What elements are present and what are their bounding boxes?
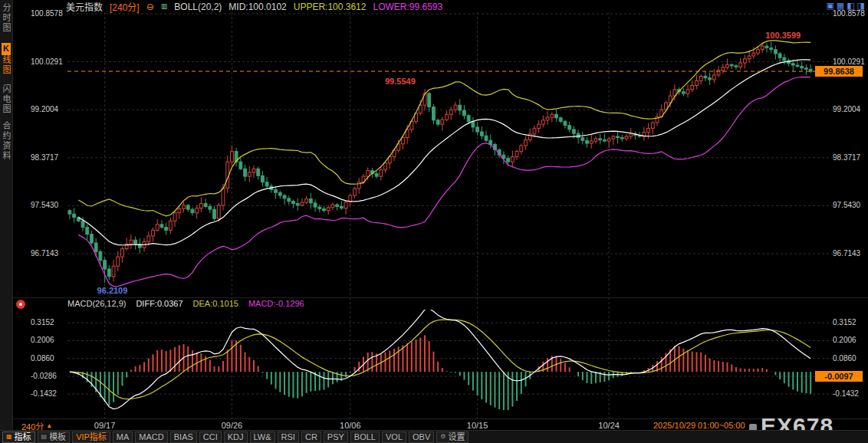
toolbar-button-KDJ[interactable]: KDJ bbox=[224, 432, 248, 443]
period-label: [240分] bbox=[110, 0, 140, 13]
toolbar-button-label: BIAS bbox=[174, 432, 193, 442]
macd-value-badge: -0.0097 bbox=[815, 371, 863, 382]
toolbar-button-label: 指标 bbox=[15, 432, 31, 442]
macd-title[interactable]: MACD(26,12,9) bbox=[67, 299, 126, 308]
toolbar-button-MACD[interactable]: MACD bbox=[135, 432, 167, 443]
gear-icon: ⚙ bbox=[440, 434, 446, 440]
toolbar-button-label: 设置 bbox=[448, 432, 465, 442]
indicator-name[interactable]: BOLL(20,2) bbox=[174, 2, 222, 12]
k-badge: K bbox=[2, 43, 11, 55]
indicator-chip-icon: ▥ bbox=[161, 3, 168, 10]
toolbar-button-label: LW& bbox=[254, 432, 271, 442]
toolbar-button-PSY[interactable]: PSY bbox=[324, 432, 348, 443]
layout-split-left-icon[interactable]: ◧ bbox=[847, 1, 854, 10]
toolbar-button-RSI[interactable]: RSI bbox=[278, 432, 299, 443]
layout-full-icon[interactable]: ▣ bbox=[826, 1, 833, 10]
layout-split-bottom-icon[interactable]: ◨ bbox=[857, 1, 865, 10]
toolbar-button-LW&[interactable]: LW& bbox=[250, 432, 275, 443]
macd-diff-value: DIFF:0.0367 bbox=[136, 299, 182, 308]
chart-header: 美元指数 [240分] ⊖ ▥ BOLL(20,2) MID:100.0102 … bbox=[66, 1, 442, 12]
toolbar-button-指标[interactable]: ▦指标 bbox=[2, 432, 35, 443]
toolbar-button-label: OBV bbox=[413, 432, 430, 442]
toolbar-button-VIP指标[interactable]: VIP指标 bbox=[72, 432, 110, 443]
toolbar-button-设置[interactable]: ⚙设置 bbox=[436, 432, 469, 443]
toolbar-button-BOLL[interactable]: BOLL bbox=[350, 432, 380, 443]
toolbar-button-label: MA bbox=[117, 432, 130, 442]
window-controls: ▣▦◧◨ bbox=[826, 1, 865, 10]
up-arrow-icon: ▲ bbox=[46, 423, 52, 429]
price-chart-canvas[interactable] bbox=[0, 0, 868, 443]
toolbar-button-label: VIP指标 bbox=[76, 432, 107, 442]
toolbar-button-label: CR bbox=[305, 432, 317, 442]
indicator-toolbar: ▦指标▤模板VIP指标MAMACDBIASCCIKDJLW&RSICRPSYBO… bbox=[0, 430, 868, 443]
grid-icon: ▦ bbox=[6, 434, 12, 440]
pane-alert-icon[interactable] bbox=[16, 300, 25, 309]
toolbar-button-label: 模板 bbox=[49, 432, 66, 442]
toolbar-button-MA[interactable]: MA bbox=[113, 432, 133, 443]
toolbar-button-label: CCI bbox=[203, 432, 218, 442]
sidebar-item-4[interactable]: 合约资料 bbox=[2, 121, 11, 161]
toolbar-button-label: KDJ bbox=[228, 432, 244, 442]
layout-grid-icon[interactable]: ▦ bbox=[837, 1, 844, 10]
boll-lower-value: LOWER:99.6593 bbox=[373, 2, 442, 12]
toolbar-button-模板[interactable]: ▤模板 bbox=[38, 432, 71, 443]
toolbar-button-OBV[interactable]: OBV bbox=[409, 432, 434, 443]
chart-mode-sidebar: 分时图K线图闪电图合约资料 bbox=[0, 0, 13, 443]
boll-upper-value: UPPER:100.3612 bbox=[294, 2, 367, 12]
macd-macd-value: MACD:-0.1296 bbox=[248, 299, 304, 308]
sidebar-item-3[interactable]: 闪电图 bbox=[2, 84, 11, 114]
session-label: 2025/10/29 01:00~05:00 bbox=[653, 421, 745, 430]
toolbar-button-CR[interactable]: CR bbox=[301, 432, 321, 443]
toolbar-button-VOL[interactable]: VOL bbox=[382, 432, 406, 443]
collapse-icon[interactable]: ⊖ bbox=[146, 2, 154, 11]
toolbar-button-label: RSI bbox=[281, 432, 295, 442]
toolbar-button-CCI[interactable]: CCI bbox=[199, 432, 222, 443]
sidebar-item-2[interactable]: K线图 bbox=[2, 43, 11, 75]
toolbar-button-BIAS[interactable]: BIAS bbox=[170, 432, 197, 443]
macd-header: MACD(26,12,9) DIFF:0.0367 DEA:0.1015 MAC… bbox=[67, 299, 304, 308]
toolbar-button-label: BOLL bbox=[354, 432, 376, 442]
sidebar-item-label: 线图 bbox=[2, 55, 11, 75]
current-price-badge: 99.8638 bbox=[815, 66, 863, 77]
sidebar-item-1[interactable]: 分时图 bbox=[2, 3, 11, 33]
toolbar-button-label: VOL bbox=[386, 432, 403, 442]
macd-dea-value: DEA:0.1015 bbox=[193, 299, 238, 308]
boll-mid-value: MID:100.0102 bbox=[229, 2, 286, 12]
symbol-name: 美元指数 bbox=[66, 0, 103, 13]
doc-icon: ▤ bbox=[41, 434, 48, 440]
toolbar-button-label: MACD bbox=[139, 432, 163, 442]
toolbar-button-label: PSY bbox=[327, 432, 344, 442]
trading-app-window: 100.8578100.8578100.0291100.029199.20049… bbox=[0, 0, 868, 443]
